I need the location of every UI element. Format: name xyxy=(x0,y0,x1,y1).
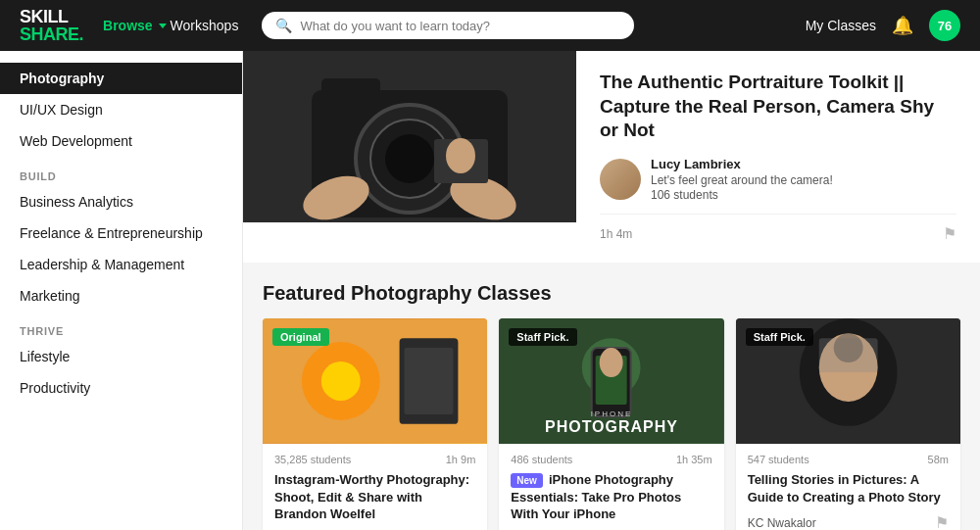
svg-point-19 xyxy=(600,348,623,377)
instructor-avatar xyxy=(600,159,641,200)
cards-row: Original 35,285 students 1h 9m Instagram… xyxy=(263,318,960,530)
card-1-duration: 1h 9m xyxy=(446,454,476,465)
card-1-students: 35,285 students xyxy=(274,454,351,465)
card-3-bookmark-icon[interactable]: ⚑ xyxy=(935,513,949,530)
card-2-students: 486 students xyxy=(511,454,572,465)
svg-point-5 xyxy=(385,134,434,183)
sidebar-item-productivity[interactable]: Productivity xyxy=(0,372,242,404)
instructor-tagline: Let's feel great around the camera! xyxy=(651,173,833,187)
bell-icon[interactable]: 🔔 xyxy=(892,15,913,36)
card-1-title: Instagram-Worthy Photography: Shoot, Edi… xyxy=(274,471,475,523)
main-layout: Photography UI/UX Design Web Development… xyxy=(0,51,980,530)
sidebar-item-web-development[interactable]: Web Development xyxy=(0,125,242,157)
sidebar-item-freelance[interactable]: Freelance & Entrepreneurship xyxy=(0,217,242,249)
sidebar: Photography UI/UX Design Web Development… xyxy=(0,51,243,530)
hero-info: The Authentic Portraiture Toolkit || Cap… xyxy=(576,51,980,263)
content-area: The Authentic Portraiture Toolkit || Cap… xyxy=(243,51,980,530)
search-icon: 🔍 xyxy=(275,18,292,33)
hero-thumbnail xyxy=(243,51,576,222)
hero-section: The Authentic Portraiture Toolkit || Cap… xyxy=(243,51,980,263)
sidebar-item-lifestyle[interactable]: Lifestyle xyxy=(0,341,242,372)
card-thumb-2: Staff Pick. IPHONE PHOTOGRAPHY xyxy=(499,318,723,444)
new-badge: New xyxy=(511,473,543,489)
sidebar-item-photography[interactable]: Photography xyxy=(0,63,242,94)
svg-point-24 xyxy=(833,333,862,362)
browse-button[interactable]: Browse xyxy=(103,18,167,33)
card-2-title: NewiPhone Photography Essentials: Take P… xyxy=(511,471,711,523)
thrive-section-label: THRIVE xyxy=(0,312,242,341)
hero-instructor: Lucy Lambriex Let's feel great around th… xyxy=(600,157,956,202)
card-3-students: 547 students xyxy=(748,454,809,465)
search-bar[interactable]: 🔍 xyxy=(262,12,634,39)
card-instagram[interactable]: Original 35,285 students 1h 9m Instagram… xyxy=(263,318,487,530)
hero-title: The Authentic Portraiture Toolkit || Cap… xyxy=(600,71,956,143)
hero-bookmark-icon[interactable]: ⚑ xyxy=(943,224,956,243)
instructor-details: Lucy Lambriex Let's feel great around th… xyxy=(651,157,833,202)
sidebar-item-business-analytics[interactable]: Business Analytics xyxy=(0,186,242,217)
card-photo-story[interactable]: Staff Pick. 547 students 58m Telling Sto… xyxy=(736,318,960,530)
hero-duration: 1h 4m xyxy=(600,227,632,241)
sidebar-item-leadership[interactable]: Leadership & Management xyxy=(0,249,242,280)
workshops-button[interactable]: Workshops xyxy=(171,18,239,33)
card-2-duration: 1h 35m xyxy=(676,454,712,465)
card-1-meta: 35,285 students 1h 9m xyxy=(274,454,475,465)
card-3-author: KC Nwakalor xyxy=(748,516,816,530)
my-classes-button[interactable]: My Classes xyxy=(806,18,876,33)
avatar[interactable]: 76 xyxy=(929,10,960,41)
card-1-body: 35,285 students 1h 9m Instagram-Worthy P… xyxy=(263,444,487,530)
card-1-label: Original xyxy=(272,328,329,346)
svg-rect-14 xyxy=(405,348,454,414)
card-2-body: 486 students 1h 35m NewiPhone Photograph… xyxy=(499,444,723,530)
card-thumb-1: Original xyxy=(263,318,487,444)
logo-share: SHARE. xyxy=(20,25,83,43)
logo: SKILL SHARE. xyxy=(20,8,83,43)
svg-rect-2 xyxy=(321,78,380,103)
svg-point-9 xyxy=(446,138,475,173)
card-3-body: 547 students 58m Telling Stories in Pict… xyxy=(736,444,960,530)
card-3-footer: KC Nwakalor ⚑ xyxy=(748,513,949,530)
section-title: Featured Photography Classes xyxy=(263,282,960,305)
sidebar-item-ui-ux[interactable]: UI/UX Design xyxy=(0,94,242,125)
instructor-name: Lucy Lambriex xyxy=(651,157,833,171)
card-iphone[interactable]: Staff Pick. IPHONE PHOTOGRAPHY 486 stude… xyxy=(499,318,723,530)
card-2-meta: 486 students 1h 35m xyxy=(511,454,711,465)
hero-footer: 1h 4m ⚑ xyxy=(600,214,956,243)
header-right: My Classes 🔔 76 xyxy=(806,10,960,41)
chevron-down-icon xyxy=(159,24,167,28)
instructor-students: 106 students xyxy=(651,188,833,202)
card-3-label: Staff Pick. xyxy=(746,328,813,346)
featured-section: Featured Photography Classes Original xyxy=(243,263,980,530)
card-3-title: Telling Stories in Pictures: A Guide to … xyxy=(748,471,949,506)
card-2-label: Staff Pick. xyxy=(509,328,576,346)
card-3-meta: 547 students 58m xyxy=(748,454,949,465)
svg-point-12 xyxy=(321,361,361,401)
card-3-duration: 58m xyxy=(928,454,949,465)
hero-image xyxy=(243,51,576,222)
logo-skill: SKILL xyxy=(20,8,83,25)
card-thumb-3: Staff Pick. xyxy=(736,318,960,444)
build-section-label: BUILD xyxy=(0,157,242,186)
header-nav: Browse Workshops xyxy=(103,18,238,33)
sidebar-item-marketing[interactable]: Marketing xyxy=(0,280,242,312)
header: SKILL SHARE. Browse Workshops 🔍 My Class… xyxy=(0,0,980,51)
search-input[interactable] xyxy=(300,19,620,33)
